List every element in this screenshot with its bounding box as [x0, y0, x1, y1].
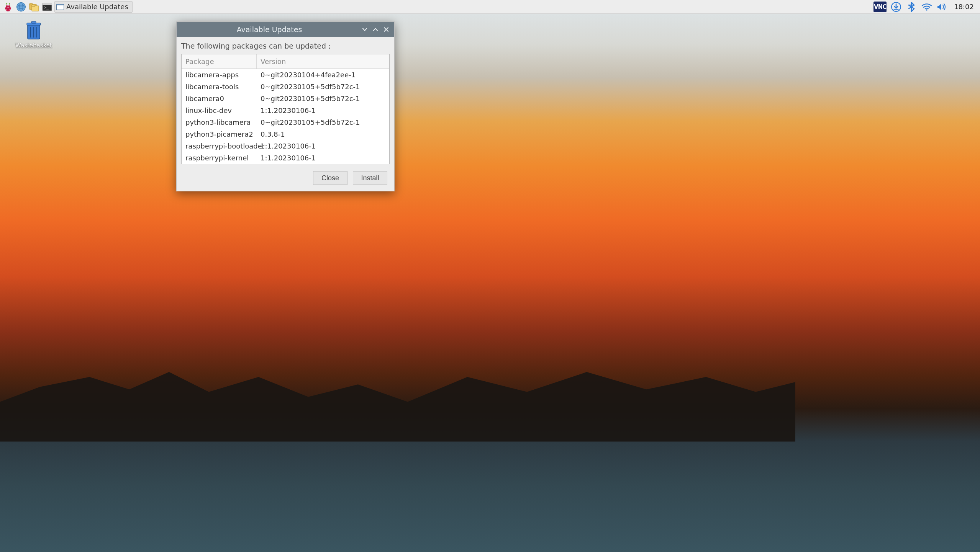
dialog-title: Available Updates: [180, 25, 358, 34]
svg-rect-23: [31, 21, 36, 23]
cell-package-version: 0~git20230105+5df5b72c-1: [257, 93, 389, 105]
package-table-header: Package Version: [182, 54, 389, 69]
svg-rect-16: [43, 3, 52, 5]
dialog-button-bar: Close Install: [181, 164, 390, 186]
desktop-wallpaper: [0, 0, 980, 552]
volume-icon: [937, 3, 947, 11]
tray-wifi[interactable]: [921, 1, 932, 13]
cell-package-version: 0~git20230104+4fea2ee-1: [257, 69, 389, 81]
available-updates-dialog: Available Updates The following packages…: [176, 21, 395, 191]
table-row[interactable]: raspberrypi-bootloader1:1.20230106-1: [182, 140, 389, 152]
folders-icon: [29, 2, 39, 11]
cell-package-name: raspberrypi-kernel: [182, 152, 257, 164]
wifi-icon: [921, 3, 932, 11]
system-tray: VNC: [873, 1, 978, 13]
cell-package-version: 1:1.20230106-1: [257, 152, 389, 164]
svg-text:>_: >_: [44, 5, 49, 10]
bluetooth-icon: [907, 2, 916, 12]
table-row[interactable]: python3-picamera20.3.8-1: [182, 128, 389, 140]
column-header-package[interactable]: Package: [182, 54, 257, 69]
download-icon: [891, 2, 901, 12]
globe-icon: [16, 2, 26, 12]
table-row[interactable]: libcamera00~git20230105+5df5b72c-1: [182, 93, 389, 105]
svg-point-4: [9, 7, 11, 10]
table-row[interactable]: raspberrypi-kernel1:1.20230106-1: [182, 152, 389, 164]
cell-package-name: linux-libc-dev: [182, 105, 257, 116]
trash-icon: [25, 21, 42, 41]
table-row[interactable]: libcamera-apps0~git20230104+4fea2ee-1: [182, 69, 389, 81]
dialog-message: The following packages can be updated :: [181, 42, 390, 50]
window-shade-down-button[interactable]: [361, 25, 369, 34]
window-shade-up-button[interactable]: [371, 25, 380, 34]
svg-point-20: [926, 9, 928, 11]
taskbar-entry-available-updates[interactable]: Available Updates: [54, 1, 133, 13]
window-close-button[interactable]: [382, 25, 390, 34]
close-button[interactable]: Close: [313, 171, 347, 185]
taskbar-entry-label: Available Updates: [66, 3, 128, 11]
web-browser-launcher[interactable]: [15, 1, 27, 13]
column-header-version[interactable]: Version: [257, 54, 389, 69]
table-row[interactable]: linux-libc-dev1:1.20230106-1: [182, 105, 389, 116]
tray-updates[interactable]: [890, 1, 902, 13]
tray-volume[interactable]: [936, 1, 948, 13]
svg-point-6: [8, 9, 10, 11]
raspberry-pi-icon: [3, 2, 13, 11]
chevron-up-icon: [373, 27, 378, 32]
terminal-launcher[interactable]: >_: [41, 1, 53, 13]
cell-package-version: 0.3.8-1: [257, 128, 389, 140]
table-row[interactable]: python3-libcamera0~git20230105+5df5b72c-…: [182, 116, 389, 128]
file-manager-launcher[interactable]: [28, 1, 40, 13]
svg-rect-14: [32, 5, 35, 7]
cell-package-name: raspberrypi-bootloader: [182, 140, 257, 152]
window-icon: [56, 4, 64, 10]
cell-package-name: python3-picamera2: [182, 128, 257, 140]
cell-package-name: python3-libcamera: [182, 116, 257, 128]
cell-package-version: 0~git20230105+5df5b72c-1: [257, 116, 389, 128]
cell-package-name: libcamera-tools: [182, 81, 257, 93]
desktop-icon-label: Wastebasket: [15, 42, 52, 49]
cell-package-name: libcamera0: [182, 93, 257, 105]
vnc-icon: VNC: [874, 3, 886, 10]
table-row[interactable]: libcamera-tools0~git20230105+5df5b72c-1: [182, 81, 389, 93]
package-table-body: libcamera-apps0~git20230104+4fea2ee-1lib…: [182, 69, 389, 164]
dialog-body: The following packages can be updated : …: [177, 37, 394, 191]
tray-clock[interactable]: 18:02: [952, 3, 976, 11]
cell-package-version: 1:1.20230106-1: [257, 105, 389, 116]
terminal-icon: >_: [42, 3, 52, 11]
close-icon: [383, 27, 389, 32]
svg-rect-12: [29, 3, 33, 5]
package-table: Package Version libcamera-apps0~git20230…: [181, 54, 390, 164]
app-menu-button[interactable]: [2, 1, 14, 13]
tray-bluetooth[interactable]: [906, 1, 917, 13]
taskbar: >_ Available Updates VNC: [0, 0, 980, 14]
cell-package-version: 1:1.20230106-1: [257, 140, 389, 152]
install-button[interactable]: Install: [353, 171, 387, 185]
cell-package-name: libcamera-apps: [182, 69, 257, 81]
cell-package-version: 0~git20230105+5df5b72c-1: [257, 81, 389, 93]
desktop-icon-wastebasket[interactable]: Wastebasket: [11, 21, 57, 49]
dialog-titlebar[interactable]: Available Updates: [177, 22, 394, 37]
chevron-down-icon: [362, 27, 367, 32]
tray-vnc[interactable]: VNC: [873, 2, 887, 12]
